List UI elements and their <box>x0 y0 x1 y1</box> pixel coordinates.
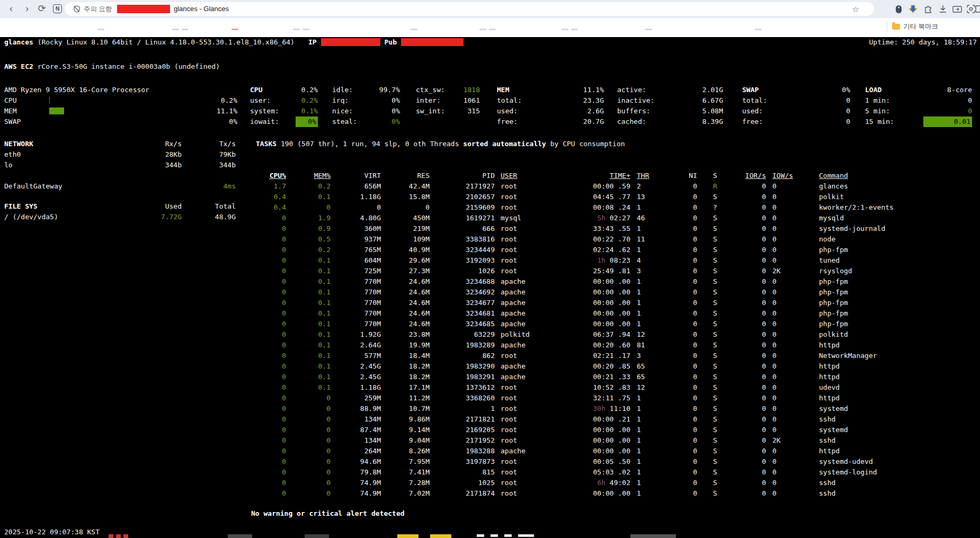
rx-header: Rx/s <box>131 139 182 149</box>
state: S <box>697 213 728 223</box>
user: root <box>495 393 581 403</box>
screenshot-icon[interactable] <box>966 4 976 14</box>
res: 11.2M <box>381 393 430 403</box>
column-header-virt[interactable]: VIRT <box>331 171 381 181</box>
threads: 12 <box>630 382 660 393</box>
column-header-thr[interactable]: THR <box>630 171 660 181</box>
column-header-ni[interactable]: NI <box>660 171 697 181</box>
pid: 3234685 <box>430 319 495 329</box>
column-header-mem[interactable]: MEM% <box>286 171 331 181</box>
cpu-percent: 0 <box>0 329 286 340</box>
column-header-time[interactable]: TIME+ <box>581 171 630 181</box>
blue-arrow-extension-icon[interactable] <box>908 4 918 14</box>
iow: 0 <box>766 329 800 340</box>
state: S <box>697 425 728 435</box>
app-name: glances <box>0 38 33 46</box>
stat-label: total: <box>742 95 767 106</box>
user: root <box>495 192 581 202</box>
command: mysqld <box>800 213 980 223</box>
quicklook-label: MEM <box>4 106 49 116</box>
state: S <box>697 435 728 446</box>
process-row: 0.40002159609root00:08 .2410?00kworker/2… <box>0 202 980 213</box>
process-row: 00.9360M219M666root33:43 .5510S00systemd… <box>0 223 980 234</box>
extensions-puzzle-icon[interactable] <box>923 4 933 14</box>
pid: 2171874 <box>430 488 495 499</box>
reload-icon[interactable]: ⟳ <box>35 2 49 15</box>
cpu-percent: 0 <box>0 213 286 223</box>
time-plus: 00:05 .50 <box>581 456 630 467</box>
redacted-bookmark <box>97 29 104 30</box>
process-row: 00134M9.04M2171952root00:00 .0010S02Kssh… <box>0 435 980 446</box>
ior: 0 <box>728 456 766 467</box>
stat-label: system: <box>250 106 279 116</box>
sidebar-icon[interactable] <box>975 4 980 14</box>
state: S <box>697 478 728 488</box>
cpu-percent: 0 <box>0 425 286 435</box>
command: udevd <box>800 382 980 393</box>
column-header-pid[interactable]: PID <box>430 171 495 181</box>
command: httpd <box>800 372 980 382</box>
column-header-iors[interactable]: IOR/s <box>728 171 766 181</box>
stat-row: nice:0% <box>332 106 400 116</box>
security-label[interactable]: 주의 요함 <box>84 2 112 16</box>
current-time: 2025-10-22 09:07:38 KST <box>4 527 100 537</box>
res: 23.8M <box>381 329 430 340</box>
mem-percent: 0.9 <box>286 223 331 234</box>
mem-percent: 0 <box>286 435 331 446</box>
user: root <box>495 425 581 435</box>
virt: 770M <box>331 276 381 287</box>
column-header-command[interactable]: Command <box>800 171 980 181</box>
nice: 0 <box>660 255 697 266</box>
other-bookmarks-button[interactable]: 기타 북마크 <box>903 22 938 31</box>
res: 24.6M <box>381 276 430 287</box>
column-header-user[interactable]: USER <box>495 171 581 181</box>
bookmark-star-icon[interactable]: ☆ <box>852 2 859 16</box>
nice: 0 <box>660 266 697 276</box>
stat-label: SWAP <box>742 85 759 95</box>
time-plus: 00:20 .85 <box>581 361 630 372</box>
time-plus: 10:52 .83 <box>581 382 630 393</box>
threads: 1 <box>630 319 660 329</box>
nice: 0 <box>660 245 697 255</box>
user: apache <box>495 298 581 308</box>
naver-extension-icon[interactable]: N <box>53 4 62 13</box>
virt: 770M <box>331 287 381 298</box>
ior: 0 <box>728 319 766 329</box>
time-hours: 1h <box>597 256 605 264</box>
glances-header: glances (Rocky Linux 8.10 64bit / Linux … <box>0 37 980 48</box>
back-icon[interactable]: ‹ <box>4 2 18 15</box>
address-bar[interactable]: 주의 요함 glances - Glances ☆ <box>65 2 874 16</box>
security-warning-icon[interactable] <box>73 5 81 15</box>
command: kworker/2:1-events <box>800 202 980 213</box>
column-header-cpu[interactable]: CPU% <box>0 171 286 181</box>
state: S <box>697 192 728 202</box>
res: 219M <box>381 223 430 234</box>
command: php-fpm <box>800 298 980 308</box>
mouse-extension-icon[interactable] <box>894 4 903 14</box>
rx-value: 344b <box>131 160 182 171</box>
stat-label: iowait: <box>250 116 279 127</box>
user: root <box>495 435 581 446</box>
stat-label: ctx_sw: <box>416 85 445 95</box>
process-row: 00.1725M27.3M1026root25:49 .8130S02Krsys… <box>0 266 980 276</box>
mem-percent: 0 <box>286 393 331 403</box>
tab-capture-icon[interactable] <box>952 4 963 14</box>
iow: 0 <box>766 181 800 192</box>
state: S <box>697 329 728 340</box>
column-header-s[interactable]: S <box>697 171 728 181</box>
iow: 0 <box>766 425 800 435</box>
time-plus: 00:00 .00 <box>581 425 630 435</box>
stat-value: 0.1% <box>301 106 318 116</box>
alert-message: No warning or critical alert detected <box>251 508 405 519</box>
column-header-res[interactable]: RES <box>381 171 430 181</box>
nice: 0 <box>660 329 697 340</box>
mem-stats-col1: MEM11.1%total:23.3Gused:2.6Gfree:20.7G <box>497 85 604 127</box>
threads: 13 <box>630 192 660 202</box>
pub-label: Pub <box>385 38 397 46</box>
download-icon[interactable] <box>938 4 948 14</box>
time-plus: 04:45 .77 <box>581 192 630 202</box>
process-row: 00.12.45G18.2M1983290apache00:20 .85650S… <box>0 361 980 372</box>
forward-icon[interactable]: › <box>20 2 34 15</box>
column-header-iows[interactable]: IOW/s <box>766 171 800 181</box>
stat-value: 0.2% <box>301 85 318 95</box>
